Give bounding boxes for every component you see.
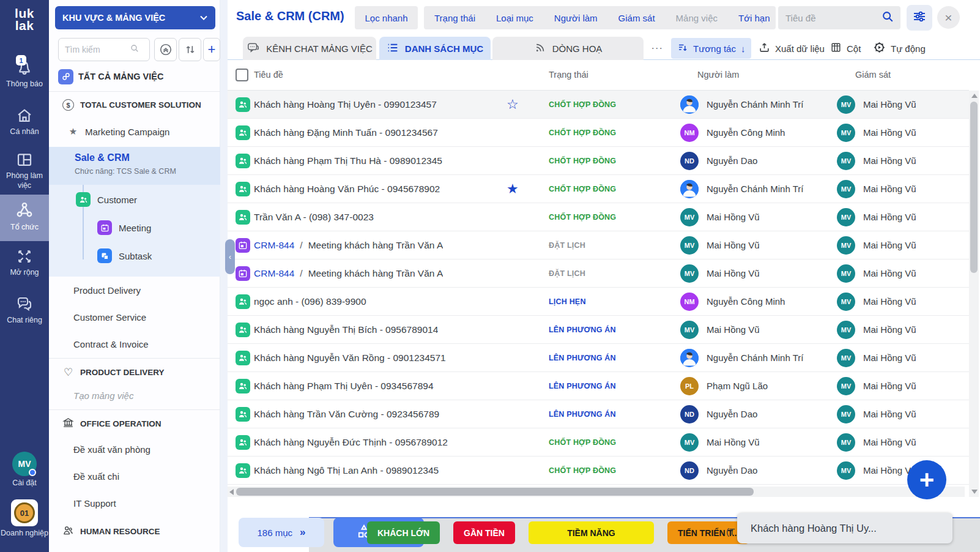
table-row[interactable]: Trần Văn A - (098) 347-0023CHỐT HỢP ĐỒNG… [228,203,969,231]
supervisor-cell[interactable]: MVMai Hồng Vũ [837,400,916,428]
select-all-checkbox[interactable] [236,69,248,81]
assignee-cell[interactable]: NMNguyễn Công Minh [680,288,785,315]
table-row[interactable]: Khách hàng Đặng Minh Tuấn - 0901234567CH… [228,119,969,147]
more-tabs-button[interactable]: ... [651,40,663,51]
assignee-cell[interactable]: Nguyễn Chánh Minh Trí [680,344,803,371]
supervisor-cell[interactable]: MVMai Hồng Vũ [837,288,916,315]
supervisor-cell[interactable]: MVMai Hồng Vũ [837,175,916,203]
column-supervisor[interactable]: Giám sát [855,70,891,80]
sidebar-item-subtask[interactable]: Subtask [97,248,152,263]
tab-activity-feed[interactable]: DÒNG HOẠ [492,37,644,60]
status-badge[interactable]: LÊN PHƯƠNG ÁN [549,354,616,362]
table-row[interactable]: Khách hàng Nguyễn Văn Rồng - 0901234571L… [228,344,969,372]
rail-item-workspace[interactable]: Phòng làm việc [0,151,49,190]
supervisor-cell[interactable]: MVMai Hồng Vũ [837,428,916,456]
sidebar-item-product-delivery-work[interactable]: Product Delivery [73,285,141,296]
sidebar-item-it-support[interactable]: IT Support [73,498,116,509]
rail-item-organization[interactable]: Tổ chức [0,201,49,233]
advanced-filter-button[interactable] [907,5,932,31]
columns-button[interactable]: Cột [830,38,861,59]
status-badge[interactable]: CHỐT HỢP ĐỒNG [549,157,616,165]
assignee-cell[interactable]: MVMai Hồng Vũ [680,259,760,287]
export-data-button[interactable]: Xuất dữ liệu [759,38,825,59]
luklak-logo[interactable]: luk lak [0,7,49,32]
assignee-cell[interactable]: NDNguyễn Dao [680,400,757,428]
assignee-cell[interactable]: PLPhạm Ngũ Lão [680,372,768,400]
add-item-fab[interactable]: + [907,460,946,499]
status-badge[interactable]: ĐẶT LỊCH [549,241,585,250]
supervisor-cell[interactable]: MVMai Hồng Vũ [837,203,916,231]
rail-item-personal[interactable]: Cá nhân [0,106,49,137]
sidebar-section-product-delivery[interactable]: ♡ PRODUCT DELIVERY [62,366,165,379]
assignee-cell[interactable]: NDNguyễn Dao [680,147,757,174]
sidebar-item-expense-proposal[interactable]: Đề xuất chi [73,471,119,482]
filter-tag[interactable]: KHÁCH LỚN [367,521,440,544]
tab-channel-chat[interactable]: KÊNH CHAT MẢNG VIỆC [243,37,376,60]
assignee-cell[interactable]: Nguyễn Chánh Minh Trí [680,175,803,203]
status-badge[interactable]: ĐẶT LỊCH [549,269,585,278]
assignee-cell[interactable]: NDNguyễn Dao [680,457,757,484]
filter-tag[interactable]: TIỀM NĂNG [529,521,654,544]
vertical-scroll-thumb[interactable] [970,102,978,273]
supervisor-cell[interactable]: MVMai Hồng Vũ [837,372,916,400]
table-row[interactable]: Khách hàng Phạm Thị Thu Hà - 0989012345C… [228,147,969,175]
assignee-cell[interactable]: Nguyễn Chánh Minh Trí [680,91,803,118]
sidebar-item-customer[interactable]: Customer [76,192,137,207]
scroll-up-arrow[interactable] [971,94,978,98]
rail-item-business[interactable]: 01 Doanh nghiệp [0,499,49,539]
column-assignee[interactable]: Người làm [697,70,739,80]
filter-workline[interactable]: Mảng việc [666,13,728,23]
table-row[interactable]: CRM-844/Meeting khách hàng Trần Văn AĐẶT… [228,231,969,259]
assignee-cell[interactable]: MVMai Hồng Vũ [680,316,760,343]
supervisor-cell[interactable]: MVMai Hồng Vũ [837,119,916,146]
table-row[interactable]: CRM-844/Meeting khách hàng Trần Văn AĐẶT… [228,259,969,288]
sidebar-section-tcs[interactable]: $ TOTAL CUSTOMER SOLUTION [62,99,201,111]
status-badge[interactable]: CHỐT HỢP ĐỒNG [549,213,616,222]
scroll-down-arrow[interactable] [971,490,978,494]
filter-item-type[interactable]: Loại mục [486,13,544,23]
sidebar-search-input[interactable] [64,44,130,55]
column-title[interactable]: Tiêu đề [254,70,283,80]
status-badge[interactable]: CHỐT HỢP ĐỒNG [549,100,616,109]
close-icon[interactable]: × [937,6,960,29]
collapse-all-button[interactable] [154,38,177,61]
filter-tag[interactable]: GẦN TIỀN [453,521,515,544]
supervisor-cell[interactable]: MVMai Hồng Vũ [837,259,916,287]
item-count[interactable]: 186 mục » [239,518,324,547]
status-badge[interactable]: CHỐT HỢP ĐỒNG [549,129,616,137]
sidebar-item-create-workline[interactable]: Tạo mảng việc [73,390,133,401]
table-row[interactable]: Khách hàng Trần Văn Cường - 0923456789LÊ… [228,400,969,428]
table-row[interactable]: ngọc anh - (096) 839-9900LỊCH HẸNNMNguyễ… [228,288,969,316]
horizontal-scroll-thumb[interactable] [236,488,754,496]
filter-assignee[interactable]: Người làm [544,13,608,23]
supervisor-cell[interactable]: MVMai Hồng Vũ [837,457,916,484]
status-badge[interactable]: CHỐT HỢP ĐỒNG [549,185,616,193]
tab-item-list[interactable]: DANH SÁCH MỤC [379,37,491,60]
table-row[interactable]: Khách hàng Nguyễn Thị Bích - 0956789014L… [228,316,969,344]
status-badge[interactable]: LÊN PHƯƠNG ÁN [549,326,616,334]
item-code-link[interactable]: CRM-844 [254,268,294,279]
sidebar-item-sale-crm[interactable]: Sale & CRM Chức năng: TCS Sale & CRM [49,147,220,185]
table-row[interactable]: Khách hàng Ngô Thị Lan Anh - 0989012345C… [228,457,969,485]
status-badge[interactable]: CHỐT HỢP ĐỒNG [549,466,616,475]
search-icon[interactable] [881,10,894,26]
assignee-cell[interactable]: MVMai Hồng Vũ [680,203,760,231]
vertical-scrollbar[interactable] [969,91,979,497]
table-row[interactable]: Khách hàng Phạm Thị Uyên - 0934567894LÊN… [228,372,969,400]
assignee-cell[interactable]: MVMai Hồng Vũ [680,428,760,456]
sidebar-item-office-proposal[interactable]: Đề xuất văn phòng [73,444,150,455]
add-workline-button[interactable]: + [203,38,220,61]
table-row[interactable]: Khách hàng Hoàng Văn Phúc - 0945678902★C… [228,175,969,203]
supervisor-cell[interactable]: MVMai Hồng Vũ [837,344,916,371]
automation-button[interactable]: Tự động [873,38,926,59]
sidebar-item-contract-invoice[interactable]: Contract & Invoice [73,339,149,349]
filter-supervisor[interactable]: Giám sát [608,13,666,23]
sidebar-section-office-operation[interactable]: OFFICE OPERATION [62,417,161,430]
sidebar-collapse-handle[interactable]: ‹ [225,239,235,274]
sidebar-item-all-work[interactable]: TẤT CẢ MẢNG VIỆC [58,66,211,87]
supervisor-cell[interactable]: MVMai Hồng Vũ [837,91,916,118]
filter-due-date[interactable]: Tới hạn [728,13,781,23]
rail-item-private-chat[interactable]: Chat riêng [0,295,49,326]
table-row[interactable]: Khách hàng Nguyễn Đức Thịnh - 0956789012… [228,428,969,457]
item-code-link[interactable]: CRM-844 [254,240,294,251]
